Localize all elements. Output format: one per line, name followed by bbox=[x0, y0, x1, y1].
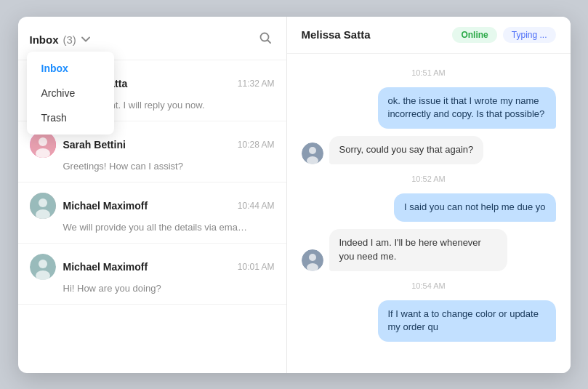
svg-point-6 bbox=[39, 198, 47, 207]
avatar-michael1 bbox=[30, 193, 56, 219]
dropdown-item-inbox[interactable]: Inbox bbox=[27, 56, 114, 81]
conv-time-sarah: 10:28 AM bbox=[238, 140, 275, 150]
conv-time-melissa: 11:32 AM bbox=[238, 79, 275, 89]
typing-badge: Typing ... bbox=[503, 27, 556, 43]
svg-point-12 bbox=[309, 147, 316, 154]
conv-name-michael2: Michael Maximoff bbox=[63, 261, 148, 273]
msg-avatar-agent-2 bbox=[302, 249, 323, 271]
inbox-selector[interactable]: Inbox (3) bbox=[30, 33, 91, 46]
avatar-michael2 bbox=[30, 254, 56, 280]
message-row-outgoing-1: ok. the issue it that I wrote my name in… bbox=[302, 87, 556, 129]
conv-name-sarah: Sarah Bettini bbox=[63, 139, 126, 151]
conv-name-michael1: Michael Maximoff bbox=[63, 200, 148, 212]
message-bubble-incoming-2: Indeed I am. I'll be here whenever you n… bbox=[329, 229, 507, 271]
conv-time-michael2: 10:01 AM bbox=[238, 262, 275, 272]
conv-preview-sarah: Greetings! How can I assist? bbox=[30, 161, 248, 172]
time-label-1051: 10:51 AM bbox=[302, 68, 556, 77]
svg-point-9 bbox=[39, 260, 47, 268]
left-panel: Inbox (3) Inbox Archive Trash bbox=[18, 17, 287, 373]
message-bubble-outgoing-3: If I want a to change color or update my… bbox=[378, 300, 556, 342]
svg-point-0 bbox=[260, 33, 268, 41]
app-window: Inbox (3) Inbox Archive Trash bbox=[18, 17, 571, 373]
dropdown-item-trash[interactable]: Trash bbox=[27, 105, 114, 130]
message-bubble-incoming-1: Sorry, could you say that again? bbox=[329, 136, 484, 164]
header-badges: Online Typing ... bbox=[452, 27, 555, 43]
left-header: Inbox (3) Inbox Archive Trash bbox=[18, 17, 286, 60]
chat-messages: 10:51 AM ok. the issue it that I wrote m… bbox=[287, 54, 571, 373]
svg-point-3 bbox=[39, 137, 47, 146]
chat-contact-name: Melissa Satta bbox=[302, 28, 371, 41]
conv-preview-michael1: We will provide you all the details via … bbox=[30, 222, 248, 233]
time-label-1054: 10:54 AM bbox=[302, 281, 556, 290]
conv-item-michael2[interactable]: Michael Maximoff 10:01 AM Hi! How are yo… bbox=[18, 244, 286, 305]
svg-point-15 bbox=[309, 254, 316, 261]
inbox-dropdown: Inbox Archive Trash bbox=[27, 52, 114, 135]
conv-info-michael1: Michael Maximoff 10:44 AM bbox=[63, 200, 275, 212]
conv-info-sarah: Sarah Bettini 10:28 AM bbox=[63, 139, 275, 151]
message-row-incoming-1: Sorry, could you say that again? bbox=[302, 136, 556, 164]
inbox-label: Inbox bbox=[30, 33, 59, 46]
conv-info-michael2: Michael Maximoff 10:01 AM bbox=[63, 261, 275, 273]
right-panel: Melissa Satta Online Typing ... 10:51 AM… bbox=[287, 17, 571, 373]
message-bubble-outgoing-1: ok. the issue it that I wrote my name in… bbox=[378, 87, 556, 129]
message-row-outgoing-2: I said you can not help me due yo bbox=[302, 193, 556, 222]
dropdown-item-archive[interactable]: Archive bbox=[27, 81, 114, 105]
online-badge: Online bbox=[452, 27, 496, 43]
message-row-outgoing-3: If I want a to change color or update my… bbox=[302, 300, 556, 342]
time-label-1052: 10:52 AM bbox=[302, 175, 556, 183]
conv-item-michael1[interactable]: Michael Maximoff 10:44 AM We will provid… bbox=[18, 183, 286, 244]
inbox-count: (3) bbox=[63, 33, 76, 46]
msg-avatar-agent-1 bbox=[302, 143, 323, 164]
message-row-incoming-2: Indeed I am. I'll be here whenever you n… bbox=[302, 229, 556, 271]
chat-header: Melissa Satta Online Typing ... bbox=[287, 17, 571, 54]
conv-time-michael1: 10:44 AM bbox=[238, 201, 275, 211]
chevron-down-icon bbox=[81, 34, 91, 44]
avatar-sarah bbox=[30, 132, 56, 158]
conv-preview-michael2: Hi! How are you doing? bbox=[30, 283, 248, 294]
search-button[interactable] bbox=[256, 28, 275, 51]
svg-line-1 bbox=[267, 40, 270, 43]
message-bubble-outgoing-2: I said you can not help me due yo bbox=[394, 193, 555, 222]
